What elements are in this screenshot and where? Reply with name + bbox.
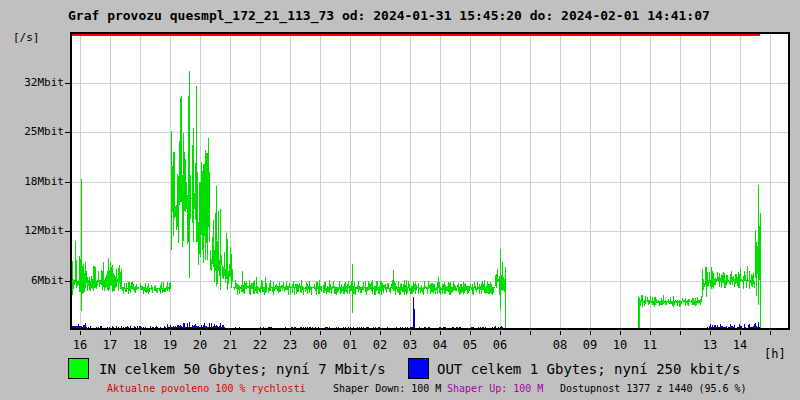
shaper-down-text: Shaper Down: 100 M — [333, 383, 441, 394]
allowed-speed-text: Aktualne povoleno 100 % rychlosti — [107, 383, 306, 394]
x-axis-tick-label: 20 — [185, 338, 215, 352]
x-axis-tick-label: 19 — [155, 338, 185, 352]
out-legend-label: OUT celkem 1 Gbytes; nyní 250 kbit/s — [437, 361, 740, 377]
y-axis-unit-label: [/s] — [13, 31, 40, 44]
x-axis-tick-label: 22 — [245, 338, 275, 352]
traffic-graph-panel: Graf provozu quesmpl_172_21_113_73 od: 2… — [0, 0, 800, 400]
x-axis-tick-label: 09 — [575, 338, 605, 352]
x-axis-tick-label: 00 — [305, 338, 335, 352]
out-legend-swatch — [408, 358, 429, 379]
x-axis-tick-label: 18 — [125, 338, 155, 352]
x-axis-tick-label: 04 — [425, 338, 455, 352]
shaper-up-text: Shaper Up: 100 M — [447, 383, 543, 394]
x-axis-tick-label: 17 — [95, 338, 125, 352]
x-axis-tick-label: 05 — [455, 338, 485, 352]
x-axis-tick-label: 01 — [335, 338, 365, 352]
x-axis-tick-label: 02 — [365, 338, 395, 352]
x-axis-tick-label: 11 — [635, 338, 665, 352]
x-axis-tick-label: 03 — [395, 338, 425, 352]
in-legend-swatch — [68, 358, 89, 379]
x-axis-tick-label: 14 — [725, 338, 755, 352]
x-axis-tick-label: 06 — [485, 338, 515, 352]
x-axis-tick-label: 08 — [545, 338, 575, 352]
y-axis-tick-label: 6Mbit — [0, 274, 64, 288]
y-axis-tick-label: 18Mbit — [0, 175, 64, 189]
y-axis-tick-label: 25Mbit — [0, 125, 64, 139]
x-axis-tick-label: 13 — [695, 338, 725, 352]
x-axis-tick-label: 21 — [215, 338, 245, 352]
x-axis-tick-label: 10 — [605, 338, 635, 352]
x-axis-tick-label: 23 — [275, 338, 305, 352]
y-axis-tick-label: 12Mbit — [0, 224, 64, 238]
y-axis-tick-label: 32Mbit — [0, 76, 64, 90]
in-legend-label: IN celkem 50 Gbytes; nyní 7 Mbit/s — [99, 361, 386, 377]
availability-text: Dostupnost 1377 z 1440 (95.6 %) — [560, 383, 747, 394]
x-axis-unit-label: [h] — [764, 347, 786, 361]
x-axis-tick-label: 16 — [65, 338, 95, 352]
